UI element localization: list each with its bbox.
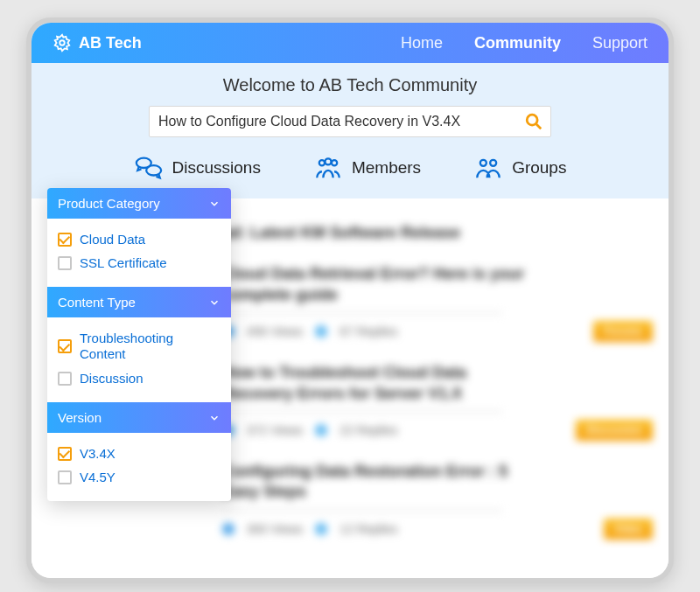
- svg-point-9: [490, 160, 496, 166]
- facet-option[interactable]: Discussion: [58, 366, 220, 390]
- svg-line-2: [536, 124, 542, 129]
- brand-name: AB Tech: [79, 34, 142, 52]
- facet-option[interactable]: V3.4X: [58, 442, 220, 465]
- content-body: ad: Latest KM Software Release Cloud Dat…: [32, 198, 668, 578]
- checkbox-icon: [58, 256, 72, 270]
- hero: Welcome to AB Tech Community Discussions: [32, 63, 668, 198]
- post-tag[interactable]: Video: [604, 519, 653, 540]
- nav-support[interactable]: Support: [592, 34, 648, 52]
- svg-point-1: [527, 115, 537, 125]
- search-input[interactable]: [158, 114, 522, 129]
- post-item[interactable]: Configuring Data Restoration Error : 5 E…: [222, 453, 653, 552]
- post-meta: 300 Views 12 Replies: [222, 522, 398, 536]
- option-label: Cloud Data: [80, 232, 145, 247]
- replies-icon: [315, 424, 327, 436]
- svg-point-0: [60, 40, 65, 45]
- option-label: V4.5Y: [80, 470, 116, 484]
- page-title: Welcome to AB Tech Community: [32, 75, 668, 95]
- tab-members[interactable]: Members: [313, 153, 421, 183]
- facet-version: Version V3.4X V4.5Y: [47, 402, 231, 501]
- brand[interactable]: AB Tech: [52, 33, 142, 52]
- chevron-down-icon: [208, 412, 220, 424]
- post-item[interactable]: Cloud Data Retrieval Error? Here is your…: [222, 255, 653, 354]
- post-title: Cloud Data Retrieval Error? Here is your…: [222, 264, 537, 305]
- facet-option[interactable]: Cloud Data: [58, 227, 220, 251]
- post-views: 372 Views: [247, 423, 303, 437]
- checkbox-icon: [58, 447, 72, 461]
- option-label: Discussion: [80, 371, 144, 386]
- post-title: Configuring Data Restoration Error : 5 E…: [222, 462, 537, 503]
- facet-header[interactable]: Product Category: [47, 188, 231, 219]
- divider: [222, 510, 502, 512]
- tab-label: Members: [352, 158, 421, 178]
- nav-home[interactable]: Home: [401, 34, 443, 52]
- tab-label: Discussions: [172, 158, 261, 178]
- svg-point-8: [480, 160, 486, 166]
- checkbox-icon: [58, 470, 72, 484]
- groups-icon: [473, 153, 503, 183]
- facet-header[interactable]: Content Type: [47, 287, 231, 317]
- facet-title: Content Type: [58, 295, 136, 310]
- facet-option[interactable]: V4.5Y: [58, 465, 220, 489]
- members-icon: [313, 153, 343, 183]
- tab-groups[interactable]: Groups: [473, 153, 566, 183]
- views-icon: [222, 523, 234, 535]
- facet-option[interactable]: SSL Certificate: [58, 251, 220, 275]
- replies-icon: [315, 325, 327, 338]
- nav-community[interactable]: Community: [474, 34, 561, 52]
- option-label: Troubleshooting Content: [80, 331, 220, 362]
- post-meta: 372 Views 22 Replies: [222, 423, 398, 437]
- facet-option[interactable]: Troubleshooting Content: [58, 326, 220, 366]
- tab-label: Groups: [512, 158, 566, 178]
- facet-header[interactable]: Version: [47, 402, 231, 433]
- checkbox-icon: [58, 339, 72, 353]
- chevron-down-icon: [208, 296, 220, 309]
- option-label: V3.4X: [80, 446, 116, 461]
- svg-point-6: [325, 158, 331, 164]
- facet-title: Product Category: [58, 196, 160, 211]
- app-frame: AB Tech Home Community Support Welcome t…: [26, 17, 674, 583]
- svg-point-7: [332, 160, 337, 165]
- gear-icon: [52, 33, 72, 52]
- divider: [222, 312, 502, 314]
- post-replies: 67 Replies: [340, 324, 397, 338]
- post-item[interactable]: How to Troubleshoot Cloud Data Recovery …: [222, 354, 653, 453]
- search-button[interactable]: [522, 110, 545, 133]
- discussions-icon: [134, 153, 164, 183]
- facet-product-category: Product Category Cloud Data SSL Certific…: [47, 188, 231, 287]
- svg-point-4: [146, 165, 161, 175]
- post-tag[interactable]: Forums: [593, 321, 653, 342]
- tab-discussions[interactable]: Discussions: [134, 153, 261, 183]
- post-title: How to Troubleshoot Cloud Data Recovery …: [222, 363, 537, 404]
- checkbox-icon: [58, 372, 72, 386]
- divider: [222, 411, 502, 413]
- post-meta: 456 Views 67 Replies: [222, 324, 398, 338]
- facet-content-type: Content Type Troubleshooting Content Dis…: [47, 287, 231, 402]
- checkbox-icon: [58, 233, 72, 247]
- search-bar: [149, 106, 551, 137]
- chevron-down-icon: [208, 198, 220, 210]
- option-label: SSL Certificate: [80, 255, 167, 270]
- post-replies: 12 Replies: [340, 522, 397, 536]
- replies-icon: [315, 523, 327, 535]
- facet-title: Version: [58, 410, 102, 425]
- post-replies: 22 Replies: [340, 423, 397, 437]
- post-views: 456 Views: [247, 324, 303, 338]
- section-tabs: Discussions Members Groups: [32, 153, 668, 183]
- post-title: ad: Latest KM Software Release: [222, 223, 537, 243]
- primary-nav: Home Community Support: [401, 34, 648, 52]
- post-views: 300 Views: [247, 522, 303, 536]
- svg-point-5: [319, 160, 325, 165]
- search-icon: [524, 112, 543, 131]
- pinned-post: ad: Latest KM Software Release: [222, 214, 653, 255]
- filter-panel: Product Category Cloud Data SSL Certific…: [47, 188, 231, 501]
- top-nav: AB Tech Home Community Support: [32, 23, 668, 63]
- post-tag[interactable]: Discussion: [576, 420, 653, 441]
